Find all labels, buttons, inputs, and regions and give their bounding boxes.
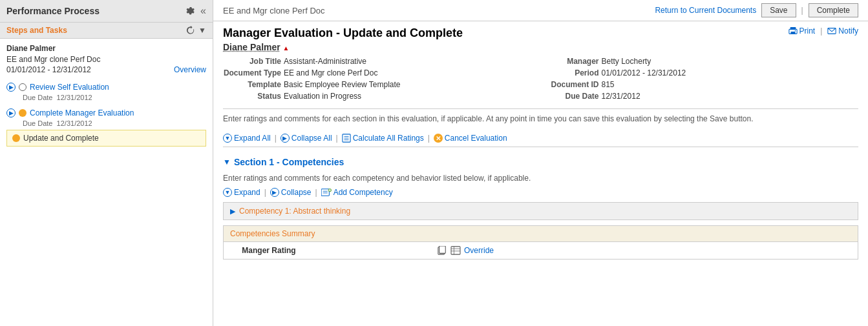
task-link-1[interactable]: Review Self Evaluation xyxy=(30,83,109,92)
sidebar-title: Performance Process xyxy=(6,6,100,16)
section-sep-2: | xyxy=(315,188,317,197)
task-expand-2[interactable]: ▶ xyxy=(6,108,16,117)
sidebar-content: Diane Palmer EE and Mgr clone Perf Doc 0… xyxy=(0,39,213,326)
action-sep-2: | xyxy=(336,134,338,143)
subtask-icon xyxy=(12,134,20,142)
calculate-all-link[interactable]: Calculate All Ratings xyxy=(342,134,424,143)
subtask-label: Update and Complete xyxy=(23,134,99,143)
summary-table-icon[interactable] xyxy=(450,246,461,255)
section-expand-link[interactable]: ▼ Expand xyxy=(223,188,260,197)
main-top-actions: Return to Current Documents Save | Compl… xyxy=(655,3,858,17)
complete-button[interactable]: Complete xyxy=(809,3,858,17)
main-header-left: Manager Evaluation - Update and Complete… xyxy=(223,26,463,52)
main-doc-title: EE and Mgr clone Perf Doc xyxy=(223,6,325,15)
print-icon xyxy=(789,26,798,36)
main-header: Manager Evaluation - Update and Complete… xyxy=(213,21,868,56)
main-content: EE and Mgr clone Perf Doc Return to Curr… xyxy=(213,0,868,326)
employee-name-text: Diane Palmer xyxy=(223,42,281,52)
section-expand-icon: ▼ xyxy=(223,188,232,197)
info-col-left: Job Title Assistant-Administrative Docum… xyxy=(223,56,541,102)
section-collapse-link[interactable]: ▶ Collapse xyxy=(270,188,312,197)
info-due-date: Due Date 12/31/2012 xyxy=(541,90,859,102)
summary-header: Competencies Summary xyxy=(224,226,858,242)
task-status-empty-1 xyxy=(19,83,26,91)
summary-icons: Override xyxy=(437,246,494,255)
task-due-1: Due Date 12/31/2012 xyxy=(6,94,206,101)
competency-1-title: Competency 1: Abstract thinking xyxy=(239,207,350,216)
section-1-actions: ▼ Expand | ▶ Collapse | xyxy=(223,188,858,197)
steps-tasks-label: Steps and Tasks xyxy=(6,26,67,35)
info-manager: Manager Betty Locherty xyxy=(541,56,859,67)
section-1-title: Section 1 - Competencies xyxy=(234,157,344,167)
employee-name-main: Diane Palmer ▲ xyxy=(223,42,463,52)
main-top-bar: EE and Mgr clone Perf Doc Return to Curr… xyxy=(213,0,868,21)
svg-rect-16 xyxy=(439,246,446,253)
overview-link[interactable]: Overview xyxy=(174,65,206,74)
return-to-documents-link[interactable]: Return to Current Documents xyxy=(655,6,756,15)
task-status-yellow-2 xyxy=(19,109,26,117)
section-1: ▼ Section 1 - Competencies Enter ratings… xyxy=(223,154,858,260)
gear-icon[interactable] xyxy=(186,6,195,15)
info-table: Job Title Assistant-Administrative Docum… xyxy=(223,56,858,102)
competency-1-expand-icon[interactable]: ▶ xyxy=(230,207,235,216)
collapse-all-icon: ▶ xyxy=(281,134,290,143)
print-link[interactable]: Print xyxy=(789,26,816,36)
steps-dropdown-icon[interactable]: ▼ xyxy=(198,26,206,35)
calculate-icon xyxy=(342,134,351,143)
section-1-instruction: Enter ratings and comments for each comp… xyxy=(223,174,858,183)
summary-copy-icon[interactable] xyxy=(437,246,447,255)
main-instruction: Enter ratings and comments for each sect… xyxy=(223,108,858,123)
expand-all-icon: ▼ xyxy=(223,134,232,143)
cancel-eval-link[interactable]: ✕ Cancel Evaluation xyxy=(434,134,507,143)
svg-rect-2 xyxy=(790,32,795,34)
sidebar-steps-icons: ▼ xyxy=(186,26,206,35)
main-body: Job Title Assistant-Administrative Docum… xyxy=(213,56,868,326)
info-doc-type: Document Type EE and Mgr clone Perf Doc xyxy=(223,67,541,79)
sidebar-header: Performance Process « xyxy=(0,0,213,23)
info-col-right: Manager Betty Locherty Period 01/01/2012… xyxy=(541,56,859,102)
override-link[interactable]: Override xyxy=(464,246,494,255)
sidebar-header-icons: « xyxy=(186,5,206,17)
required-indicator: ▲ xyxy=(283,45,290,52)
info-job-title: Job Title Assistant-Administrative xyxy=(223,56,541,67)
sidebar-doc-name: EE and Mgr clone Perf Doc xyxy=(6,55,206,64)
eval-title: Manager Evaluation - Update and Complete xyxy=(223,26,463,40)
svg-rect-0 xyxy=(790,27,796,30)
separator-1: | xyxy=(801,6,803,15)
sidebar-date-range: 01/01/2012 - 12/31/2012 xyxy=(6,65,91,74)
action-sep-3: | xyxy=(428,134,430,143)
info-doc-id: Document ID 815 xyxy=(541,79,859,90)
competencies-summary: Competencies Summary Manger Rating xyxy=(223,225,858,260)
task-due-2: Due Date 12/31/2012 xyxy=(6,119,206,127)
info-status: Status Evaluation in Progress xyxy=(223,90,541,102)
sidebar-employee-name: Diane Palmer xyxy=(6,44,206,53)
main-print-actions: Print | Notify xyxy=(789,26,859,36)
notify-link[interactable]: Notify xyxy=(827,26,858,36)
refresh-icon[interactable] xyxy=(186,26,195,35)
sidebar: Performance Process « Steps and Tasks ▼ … xyxy=(0,0,213,326)
info-period: Period 01/01/2012 - 12/31/2012 xyxy=(541,67,859,79)
svg-rect-17 xyxy=(451,247,460,254)
task-row-2: ▶ Complete Manager Evaluation xyxy=(6,107,206,119)
add-competency-link[interactable]: Add Competency xyxy=(321,188,393,197)
expand-all-link[interactable]: ▼ Expand All xyxy=(223,134,271,143)
cancel-icon: ✕ xyxy=(434,134,443,143)
info-template: Template Basic Employee Review Template xyxy=(223,79,541,90)
svg-rect-9 xyxy=(321,189,329,196)
section-sep-1: | xyxy=(264,188,266,197)
section-1-collapse-icon[interactable]: ▼ xyxy=(223,158,231,167)
task-group-2: ▶ Complete Manager Evaluation Due Date 1… xyxy=(6,107,206,147)
task-expand-1[interactable]: ▶ xyxy=(6,83,16,92)
print-sep: | xyxy=(820,26,822,36)
summary-rating-label: Manger Rating xyxy=(230,246,308,255)
add-competency-icon xyxy=(321,188,332,197)
action-sep-1: | xyxy=(275,134,277,143)
collapse-all-link[interactable]: ▶ Collapse All xyxy=(281,134,332,143)
section-collapse-icon: ▶ xyxy=(270,188,279,197)
task-group-1: ▶ Review Self Evaluation Due Date 12/31/… xyxy=(6,81,206,101)
svg-point-3 xyxy=(794,30,796,32)
collapse-sidebar-icon[interactable]: « xyxy=(200,5,206,17)
competency-1-row: ▶ Competency 1: Abstract thinking xyxy=(223,202,858,220)
task-link-2[interactable]: Complete Manager Evaluation xyxy=(30,108,134,117)
save-button[interactable]: Save xyxy=(761,3,796,17)
